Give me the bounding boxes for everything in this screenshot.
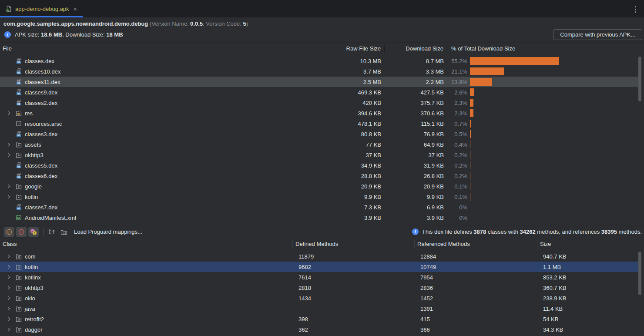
chevron-right-icon[interactable]	[5, 195, 12, 198]
chevron-right-icon[interactable]	[5, 307, 12, 310]
dex-viewer-toolbar: f m m f a.b Load Proguard mappings... i …	[0, 225, 644, 238]
file-row[interactable]: 01classes9.dex469.3 KB427.5 KB2.6%	[0, 87, 638, 97]
percent-bar-cell	[468, 118, 638, 129]
file-row[interactable]: okhttp337 KB37 KB0.2%	[0, 150, 638, 160]
referenced-methods-cell: 2836	[414, 285, 537, 291]
svg-text:01: 01	[17, 176, 20, 178]
file-name-label: classes10.dex	[25, 68, 60, 75]
percent-bar	[470, 120, 471, 128]
folder-icon	[15, 193, 22, 200]
class-row[interactable]: java139111.4 KB	[0, 303, 638, 314]
file-row[interactable]: 01classes5.dex34.9 KB31.9 KB0.2%	[0, 160, 638, 171]
column-header-defined-methods[interactable]: Defined Methods	[292, 240, 414, 249]
class-row[interactable]: okhttp328182836360.7 KB	[0, 282, 638, 293]
file-row[interactable]: kotlin9.9 KB9.9 KB0.1%	[0, 192, 638, 202]
folder-icon	[15, 151, 22, 158]
resource-folder-icon	[15, 110, 22, 117]
chevron-right-icon[interactable]	[5, 297, 12, 299]
chevron-right-icon[interactable]	[5, 328, 12, 331]
file-name-cell: 01classes9.dex	[0, 87, 260, 97]
svg-text:01: 01	[17, 82, 20, 84]
percent-text-cell: 2.6%	[447, 89, 468, 96]
vertical-scrollbar-thumb[interactable]	[638, 252, 641, 295]
percent-text-cell: 0.7%	[447, 121, 468, 127]
dex-info-line: i This dex file defines 3878 classes wit…	[412, 228, 642, 235]
chevron-right-icon[interactable]	[5, 318, 12, 320]
info-icon: i	[412, 228, 419, 235]
chevron-right-icon[interactable]	[5, 154, 12, 156]
show-fields-toggle[interactable]: f	[4, 227, 14, 237]
file-row[interactable]: res394.6 KB370.6 KB2.3%	[0, 108, 638, 118]
percent-bar-cell	[468, 139, 638, 150]
class-row[interactable]: dagger36236634.3 KB	[0, 324, 638, 335]
referenced-methods-cell: 415	[414, 316, 537, 323]
file-row[interactable]: 01classes10.dex3.7 MB3.3 MB21.1%	[0, 66, 638, 77]
percent-text-cell: 21.1%	[447, 68, 468, 75]
file-name-cell: assets	[0, 139, 260, 150]
tab-close-icon[interactable]: ×	[74, 6, 77, 12]
defined-methods-cell: 1434	[292, 295, 414, 302]
column-header-file[interactable]: File	[0, 44, 260, 53]
class-row[interactable]: com1187912884940.7 KB	[0, 251, 638, 262]
file-row[interactable]: 01classes6.dex28.8 KB26.8 KB0.2%	[0, 171, 638, 181]
chevron-right-icon[interactable]	[5, 112, 12, 114]
svg-text:01: 01	[17, 207, 20, 210]
file-row[interactable]: MAndroidManifest.xml3.9 KB3.9 KB0%	[0, 212, 638, 223]
download-size-cell: 2.2 MB	[385, 79, 447, 85]
chevron-right-icon[interactable]	[5, 265, 12, 268]
column-header-class[interactable]: Class	[0, 240, 292, 249]
percent-text-cell: 2.3%	[447, 100, 468, 106]
chevron-right-icon[interactable]	[5, 286, 12, 289]
deobfuscate-names-icon[interactable]: a.b	[59, 227, 69, 237]
chevron-right-icon[interactable]	[5, 185, 12, 188]
show-methods-toggle[interactable]: m	[16, 227, 27, 237]
size-cell: 238.9 KB	[537, 295, 638, 302]
dex-file-icon: 01	[15, 162, 22, 169]
raw-file-size-cell: 28.8 KB	[260, 173, 385, 179]
download-size-cell: 115.1 KB	[385, 121, 447, 127]
class-row[interactable]: kotlinx76147954853.2 KB	[0, 272, 638, 282]
chevron-right-icon[interactable]	[5, 276, 12, 279]
folder-icon	[15, 183, 22, 190]
folder-icon	[15, 141, 22, 148]
file-name-cell: ?resources.arsc	[0, 118, 260, 129]
column-header-size[interactable]: Size	[537, 240, 644, 249]
package-icon	[15, 253, 22, 260]
package-icon	[15, 274, 22, 281]
class-row[interactable]: retrofit239841554 KB	[0, 314, 638, 324]
file-row[interactable]: google20.9 KB20.9 KB0.1%	[0, 181, 638, 192]
class-name-label: kotlin	[25, 264, 38, 270]
percent-bar	[470, 109, 473, 117]
file-row[interactable]: ?resources.arsc478.1 KB115.1 KB0.7%	[0, 118, 638, 129]
vertical-scrollbar-thumb[interactable]	[638, 57, 641, 101]
raw-file-size-cell: 478.1 KB	[260, 121, 385, 127]
class-row[interactable]: okio14341452238.9 KB	[0, 293, 638, 303]
show-referenced-nodes-toggle[interactable]: m f	[28, 227, 39, 237]
class-name-cell: java	[0, 303, 292, 314]
raw-file-size-cell: 2.5 MB	[260, 79, 385, 85]
chevron-right-icon[interactable]	[5, 143, 12, 146]
dex-file-icon: 01	[15, 68, 22, 75]
load-proguard-mappings-link[interactable]: Load Proguard mappings...	[74, 228, 142, 235]
percent-bar-cell	[468, 171, 638, 181]
file-row[interactable]: 01classes11.dex2.5 MB2.2 MB13.9%	[0, 77, 638, 87]
column-header-referenced-methods[interactable]: Referenced Methods	[414, 240, 537, 249]
package-line: com.google.samples.apps.nowinandroid.dem…	[0, 17, 644, 27]
column-header-raw-file-size[interactable]: Raw File Size	[260, 44, 385, 53]
file-row[interactable]: 01classes3.dex80.8 KB76.9 KB0.5%	[0, 129, 638, 139]
chevron-right-icon[interactable]	[5, 255, 12, 258]
more-options-icon[interactable]	[634, 5, 637, 13]
file-row[interactable]: 01classes.dex10.3 MB8.7 MB55.2%	[0, 56, 638, 66]
column-header-download-size[interactable]: Download Size	[385, 44, 447, 53]
file-row[interactable]: assets77 KB64.9 KB0.4%	[0, 139, 638, 150]
file-row[interactable]: 01classes2.dex420 KB375.7 KB2.3%	[0, 97, 638, 108]
tab-apk-file[interactable]: app-demo-debug.apk ×	[0, 0, 83, 17]
compare-with-previous-apk-button[interactable]: Compare with previous APK...	[553, 29, 642, 40]
referenced-methods-cell: 12884	[414, 253, 537, 260]
column-header-percent-of-total[interactable]: % of Total Download Size	[447, 44, 644, 53]
percent-bar-cell	[468, 192, 638, 202]
file-row[interactable]: 01classes7.dex7.3 KB6.9 KB0%	[0, 202, 638, 212]
class-row[interactable]: kotlin9682107491.1 MB	[0, 262, 638, 272]
expand-tree-icon[interactable]	[47, 227, 57, 237]
percent-bar-cell	[468, 56, 638, 66]
